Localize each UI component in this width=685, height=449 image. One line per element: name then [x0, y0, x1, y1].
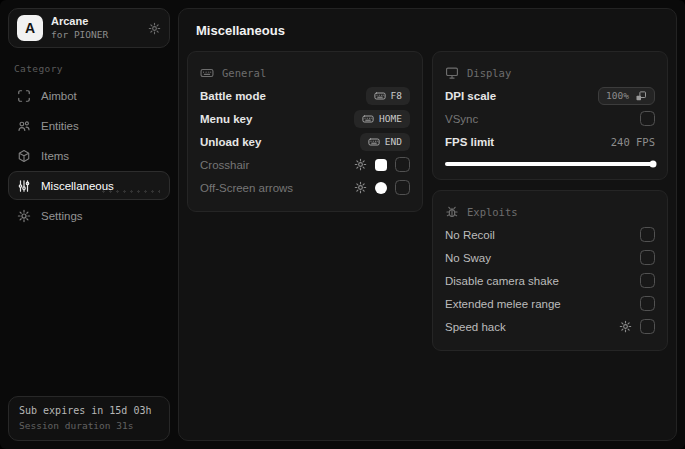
keybind-value: HOME — [379, 113, 402, 124]
exploits-panel: Exploits No Recoil No Sway Disable camer… — [432, 190, 668, 351]
sidebar-item-settings[interactable]: Settings — [8, 201, 170, 230]
setting-row-menu-key: Menu key HOME — [200, 107, 410, 130]
setting-row-crosshair: Crosshair — [200, 153, 410, 176]
box-icon — [17, 149, 31, 163]
app-window: A Arcane for PIONER Category Aimbot Enti… — [0, 0, 685, 449]
sidebar-item-label: Items — [41, 150, 69, 162]
crosshair-checkbox[interactable] — [395, 157, 410, 172]
keyboard-icon — [368, 136, 380, 148]
panel-header-general: General — [222, 67, 266, 79]
setting-row-offscreen-arrows: Off-Screen arrows — [200, 176, 410, 199]
color-swatch[interactable] — [375, 182, 387, 194]
keyboard-icon — [362, 113, 374, 125]
setting-row-dpi-scale: DPI scale 100% — [445, 84, 655, 107]
general-panel: General Battle mode F8 Menu key — [187, 51, 423, 212]
main-content: Miscellaneous General Battle mode F8 — [178, 8, 677, 441]
sidebar-item-label: Miscellaneous — [41, 180, 114, 192]
sidebar-item-miscellaneous[interactable]: Miscellaneous — [8, 171, 170, 200]
setting-label: Speed hack — [445, 321, 506, 333]
setting-label: Unload key — [200, 136, 261, 148]
setting-label: Disable camera shake — [445, 275, 559, 287]
display-panel: Display DPI scale 100% VSync — [432, 51, 668, 180]
speed-hack-checkbox[interactable] — [640, 319, 655, 334]
app-subtitle: for PIONER — [51, 29, 108, 40]
subscription-info-card: Sub expires in 15d 03h Session duration … — [8, 396, 170, 441]
setting-label: Crosshair — [200, 159, 249, 171]
setting-label: Menu key — [200, 113, 252, 125]
fps-limit-value: 240 FPS — [611, 136, 655, 148]
disable-camera-shake-checkbox[interactable] — [640, 273, 655, 288]
sidebar: A Arcane for PIONER Category Aimbot Enti… — [0, 0, 178, 449]
setting-row-vsync: VSync — [445, 107, 655, 130]
slider-knob[interactable] — [649, 161, 656, 168]
monitor-icon — [445, 66, 459, 80]
sidebar-item-label: Settings — [41, 210, 83, 222]
dpi-scale-value: 100% — [606, 90, 629, 101]
setting-label: No Sway — [445, 252, 491, 264]
sliders-icon — [17, 179, 31, 193]
slider-fill — [445, 162, 653, 166]
vsync-checkbox[interactable] — [640, 111, 655, 126]
category-label: Category — [14, 63, 170, 74]
bug-icon — [445, 205, 459, 219]
keybind-badge[interactable]: END — [360, 133, 410, 151]
users-icon — [17, 119, 31, 133]
sidebar-item-items[interactable]: Items — [8, 141, 170, 170]
setting-row-disable-camera-shake: Disable camera shake — [445, 269, 655, 292]
panel-header-exploits: Exploits — [467, 206, 518, 218]
app-name: Arcane — [51, 15, 108, 28]
keyboard-icon — [200, 66, 214, 80]
sub-expires-text: Sub expires in 15d 03h — [19, 405, 159, 416]
setting-row-unload-key: Unload key END — [200, 130, 410, 153]
setting-label: Extended melee range — [445, 298, 561, 310]
color-swatch[interactable] — [375, 159, 387, 171]
sidebar-item-entities[interactable]: Entities — [8, 111, 170, 140]
scan-icon — [17, 89, 31, 103]
keybind-badge[interactable]: HOME — [354, 110, 410, 128]
setting-label: Off-Screen arrows — [200, 182, 293, 194]
gear-icon — [17, 209, 31, 223]
keybind-value: F8 — [391, 90, 402, 101]
setting-label: VSync — [445, 113, 478, 125]
keyboard-icon — [374, 90, 386, 102]
no-sway-checkbox[interactable] — [640, 250, 655, 265]
setting-label: Battle mode — [200, 90, 266, 102]
session-duration-text: Session duration 31s — [19, 420, 159, 431]
setting-label: No Recoil — [445, 229, 495, 241]
setting-row-battle-mode: Battle mode F8 — [200, 84, 410, 107]
setting-row-fps-limit: FPS limit 240 FPS — [445, 130, 655, 153]
gear-icon[interactable] — [354, 158, 367, 171]
gear-icon[interactable] — [354, 181, 367, 194]
setting-label: DPI scale — [445, 90, 496, 102]
app-logo-card: A Arcane for PIONER — [8, 8, 170, 48]
gear-icon[interactable] — [619, 320, 632, 333]
sidebar-item-label: Aimbot — [41, 90, 77, 102]
extended-melee-range-checkbox[interactable] — [640, 296, 655, 311]
keybind-value: END — [385, 136, 402, 147]
sidebar-item-aimbot[interactable]: Aimbot — [8, 81, 170, 110]
setting-row-no-recoil: No Recoil — [445, 223, 655, 246]
setting-row-extended-melee-range: Extended melee range — [445, 292, 655, 315]
settings-gear-icon[interactable] — [148, 22, 161, 35]
no-recoil-checkbox[interactable] — [640, 227, 655, 242]
page-title: Miscellaneous — [196, 23, 668, 38]
panel-header-display: Display — [467, 67, 511, 79]
keybind-badge[interactable]: F8 — [366, 87, 410, 105]
setting-row-no-sway: No Sway — [445, 246, 655, 269]
fps-limit-slider[interactable] — [445, 160, 655, 167]
offscreen-arrows-checkbox[interactable] — [395, 180, 410, 195]
scale-icon — [635, 90, 647, 102]
dpi-scale-select[interactable]: 100% — [598, 87, 655, 105]
sidebar-item-label: Entities — [41, 120, 79, 132]
app-logo: A — [17, 15, 43, 41]
setting-label: FPS limit — [445, 136, 494, 148]
setting-row-speed-hack: Speed hack — [445, 315, 655, 338]
